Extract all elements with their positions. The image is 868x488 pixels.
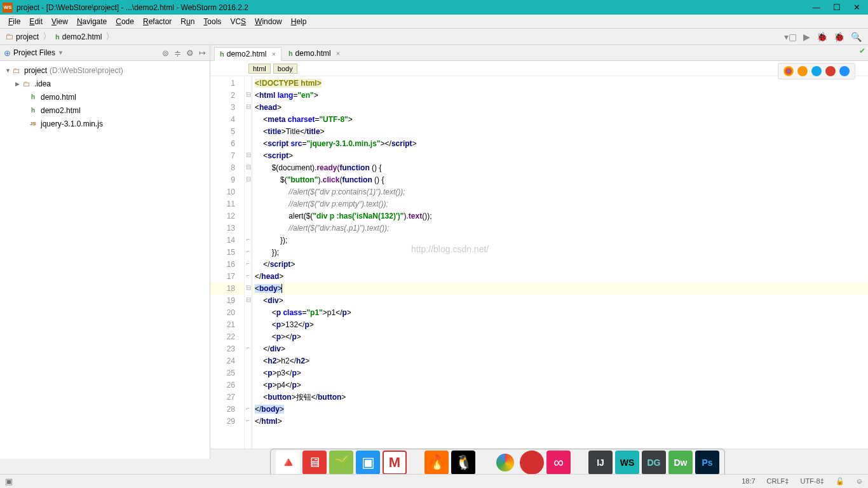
tree-label: demo2.html xyxy=(41,106,81,115)
taskbar-dreamweaver[interactable]: Dw xyxy=(668,451,693,475)
taskbar-intellij[interactable]: IJ xyxy=(588,451,613,475)
taskbar-app[interactable]: ∞ xyxy=(546,451,571,475)
close-icon[interactable]: × xyxy=(336,50,340,57)
taskbar-app[interactable]: 🌱 xyxy=(329,451,353,475)
menu-navigate[interactable]: Navigate xyxy=(72,16,111,27)
debug-button[interactable]: 🐞 xyxy=(817,32,827,42)
app-icon: WS xyxy=(3,3,13,13)
cursor-position[interactable]: 18:7 xyxy=(742,477,755,485)
breadcrumb-sep: 〉 xyxy=(105,31,114,43)
taskbar-app[interactable]: ▣ xyxy=(356,451,380,475)
tree-project-root[interactable]: ▼ 🗀 project (D:\WebStore\project) xyxy=(0,64,210,77)
arrow-right-icon[interactable]: ▶ xyxy=(15,81,22,87)
statusbar: ▣ 18:7 CRLF‡ UTF-8‡ 🔓 ☺ xyxy=(0,474,868,488)
structure-breadcrumbs: html body xyxy=(210,61,868,76)
breadcrumb-file[interactable]: h demo2.html xyxy=(53,31,104,43)
main-split: ⊕ Project Files ▼ ⊚ ≑ ⚙ ↦ ▼ 🗀 project (D… xyxy=(0,45,868,459)
crumb-html[interactable]: html xyxy=(248,64,271,74)
menu-code[interactable]: Code xyxy=(111,16,139,27)
ie-icon[interactable] xyxy=(839,66,850,76)
tree-label: project xyxy=(24,66,47,75)
menu-refactor[interactable]: Refactor xyxy=(139,16,176,27)
breadcrumb-sep: 〉 xyxy=(43,31,51,43)
window-titlebar: WS project - [D:\WebStore\project] - ...… xyxy=(0,0,868,15)
tree-idea-folder[interactable]: ▶ 🗀 .idea xyxy=(0,77,210,90)
dropdown-icon[interactable]: ▾▢ xyxy=(784,32,797,42)
tree-path: (D:\WebStore\project) xyxy=(50,66,123,75)
taskbar-webstorm[interactable]: WS xyxy=(615,451,639,475)
gear-icon[interactable]: ⚙ xyxy=(186,48,194,58)
project-tree: ▼ 🗀 project (D:\WebStore\project) ▶ 🗀 .i… xyxy=(0,61,210,133)
debug-button-2[interactable]: 🐞 xyxy=(834,32,844,42)
code-editor[interactable]: 1234567891011121314151617181920212223242… xyxy=(210,76,868,449)
project-header: ⊕ Project Files ▼ ⊚ ≑ ⚙ ↦ xyxy=(0,45,210,61)
tree-file[interactable]: JS jquery-3.1.0.min.js xyxy=(0,117,210,130)
statusbar-icon[interactable]: ▣ xyxy=(5,477,13,486)
taskbar-datagrip[interactable]: DG xyxy=(642,451,666,475)
editor-area: h demo2.html × h demo.html × html body ✔… xyxy=(210,45,868,459)
close-icon[interactable]: × xyxy=(271,50,275,58)
fold-strip[interactable]: ⊟⊟⊟⊟⊟⌐⌐⌐⌐⊟⊟⌐⌐⌐ xyxy=(245,76,252,449)
lock-icon[interactable]: 🔓 xyxy=(836,477,844,485)
taskbar-chrome[interactable] xyxy=(493,451,517,475)
folder-icon: 🗀 xyxy=(5,32,13,41)
opera-icon[interactable] xyxy=(825,66,836,76)
folder-icon: 🗀 xyxy=(11,66,22,75)
chrome-icon[interactable] xyxy=(783,66,794,76)
close-button[interactable]: ✕ xyxy=(853,3,860,12)
tree-file[interactable]: h demo.html xyxy=(0,90,210,104)
collapse-icon[interactable]: ≑ xyxy=(174,48,181,58)
breadcrumb-root-label: project xyxy=(16,32,39,41)
search-button[interactable]: 🔍 xyxy=(851,32,862,42)
tree-file[interactable]: h demo2.html xyxy=(0,104,210,117)
taskbar-opera[interactable] xyxy=(520,451,544,475)
taskbar-app[interactable]: 🔺 xyxy=(276,451,300,475)
chevron-down-icon[interactable]: ▼ xyxy=(58,50,64,56)
minimize-button[interactable]: — xyxy=(812,3,820,12)
html-file-icon: h xyxy=(288,50,293,57)
line-ending[interactable]: CRLF‡ xyxy=(767,477,789,485)
editor-tab-active[interactable]: h demo2.html × xyxy=(214,47,281,61)
safari-icon[interactable] xyxy=(811,66,822,76)
menu-view[interactable]: View xyxy=(47,16,72,27)
taskbar-app[interactable]: 🖥 xyxy=(302,451,327,475)
taskbar-app[interactable]: 🐧 xyxy=(451,451,475,475)
hide-icon[interactable]: ↦ xyxy=(199,48,206,58)
breadcrumb-root[interactable]: 🗀 project xyxy=(3,30,41,43)
menu-help[interactable]: Help xyxy=(287,16,311,27)
menu-tools[interactable]: Tools xyxy=(199,16,226,27)
locate-icon[interactable]: ⊚ xyxy=(162,48,169,58)
menu-window[interactable]: Window xyxy=(250,16,287,27)
menubar: File Edit View Navigate Code Refactor Ru… xyxy=(0,15,868,29)
project-icon: ⊕ xyxy=(4,48,11,58)
breadcrumb-file-label: demo2.html xyxy=(62,32,102,41)
menu-run[interactable]: Run xyxy=(176,16,199,27)
editor-tabs: h demo2.html × h demo.html × xyxy=(210,45,868,61)
menu-vcs[interactable]: VCS xyxy=(226,16,250,27)
gutter[interactable]: 1234567891011121314151617181920212223242… xyxy=(210,76,245,449)
code-body[interactable]: http://blog.csdn.net/ <!DOCTYPE html><ht… xyxy=(252,76,868,449)
maximize-button[interactable]: ☐ xyxy=(833,3,841,12)
firefox-icon[interactable] xyxy=(797,66,808,76)
html-file-icon: h xyxy=(28,107,38,114)
taskbar-app[interactable]: 🔥 xyxy=(424,451,449,475)
tab-label: demo2.html xyxy=(227,50,267,58)
taskbar: 🔺 🖥 🌱 ▣ M 🔥 🐧 ∞ IJ WS DG Dw Ps xyxy=(178,449,817,477)
tree-label: .idea xyxy=(34,79,51,88)
tree-label: jquery-3.1.0.min.js xyxy=(41,119,103,128)
editor-tab[interactable]: h demo.html × xyxy=(283,46,346,60)
crumb-body[interactable]: body xyxy=(273,64,297,74)
taskbar-photoshop[interactable]: Ps xyxy=(695,451,719,475)
hector-icon[interactable]: ☺ xyxy=(856,477,863,485)
menu-file[interactable]: File xyxy=(4,16,25,27)
tree-label: demo.html xyxy=(41,93,76,102)
run-button[interactable]: ▶ xyxy=(803,32,810,42)
encoding[interactable]: UTF-8‡ xyxy=(800,477,824,485)
tab-label: demo.html xyxy=(295,49,331,58)
menu-edit[interactable]: Edit xyxy=(25,16,47,27)
html-file-icon: h xyxy=(220,50,224,58)
arrow-down-icon[interactable]: ▼ xyxy=(5,67,11,74)
folder-icon: 🗀 xyxy=(22,79,32,88)
taskbar-app[interactable]: M xyxy=(383,451,407,475)
project-title[interactable]: Project Files xyxy=(13,48,55,57)
